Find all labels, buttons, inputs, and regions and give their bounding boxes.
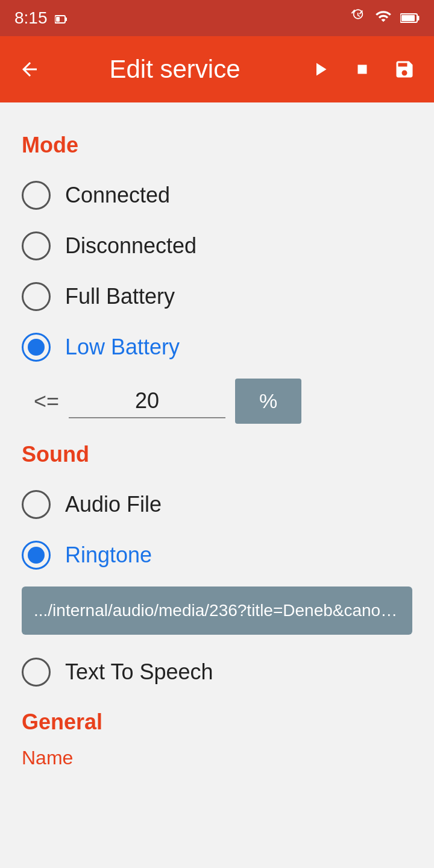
content: Mode Connected Disconnected Full Battery… [0, 102, 434, 787]
stop-button[interactable] [347, 54, 377, 84]
mode-full-battery-option[interactable]: Full Battery [22, 271, 412, 322]
sound-section-header: Sound [22, 442, 412, 467]
mode-disconnected-option[interactable]: Disconnected [22, 221, 412, 271]
sound-ringtone-radio[interactable] [22, 541, 51, 570]
mode-low-battery-label: Low Battery [65, 335, 180, 360]
mode-low-battery-radio[interactable] [22, 333, 51, 362]
sound-tts-radio[interactable] [22, 658, 51, 687]
sound-tts-label: Text To Speech [65, 659, 213, 685]
page-title: Edit service [57, 55, 293, 84]
sound-audio-file-label: Audio File [65, 492, 162, 517]
mode-connected-option[interactable]: Connected [22, 170, 412, 221]
sound-audio-file-radio[interactable] [22, 490, 51, 519]
mode-full-battery-radio[interactable] [22, 282, 51, 311]
mode-full-battery-label: Full Battery [65, 284, 175, 309]
save-button[interactable] [389, 54, 420, 84]
mode-low-battery-radio-fill [28, 339, 45, 356]
sound-audio-file-option[interactable]: Audio File [22, 479, 412, 530]
sound-tts-option[interactable]: Text To Speech [22, 647, 412, 697]
sound-ringtone-label: Ringtone [65, 542, 152, 568]
name-label: Name [22, 747, 412, 769]
general-section-header: General [22, 709, 412, 735]
svg-rect-4 [418, 16, 420, 20]
threshold-row: <= % [22, 379, 412, 424]
status-bar-left: 8:15 [14, 8, 67, 28]
status-battery-icon [55, 8, 67, 28]
threshold-unit-button[interactable]: % [235, 379, 301, 424]
alarm-icon [350, 8, 366, 29]
threshold-input[interactable] [69, 385, 225, 418]
threshold-lte: <= [34, 389, 59, 414]
general-section: General Name [22, 709, 412, 769]
mode-low-battery-option[interactable]: Low Battery [22, 322, 412, 373]
ringtone-path[interactable]: .../internal/audio/media/236?title=Deneb… [22, 587, 412, 635]
mode-section-header: Mode [22, 133, 412, 158]
battery-icon [400, 8, 420, 28]
mode-connected-radio[interactable] [22, 181, 51, 210]
sound-ringtone-radio-fill [28, 547, 45, 564]
mode-disconnected-label: Disconnected [65, 233, 197, 259]
svg-rect-1 [65, 17, 67, 21]
status-bar: 8:15 [0, 0, 434, 36]
toolbar: Edit service [0, 36, 434, 102]
status-bar-right [350, 8, 420, 29]
sound-ringtone-option[interactable]: Ringtone [22, 530, 412, 580]
mode-connected-label: Connected [65, 183, 170, 208]
signal-icon [375, 8, 392, 29]
svg-rect-2 [56, 17, 60, 22]
time-display: 8:15 [14, 8, 48, 28]
play-button[interactable] [305, 54, 335, 84]
mode-disconnected-radio[interactable] [22, 231, 51, 260]
back-button[interactable] [14, 54, 45, 84]
svg-rect-5 [401, 15, 415, 21]
